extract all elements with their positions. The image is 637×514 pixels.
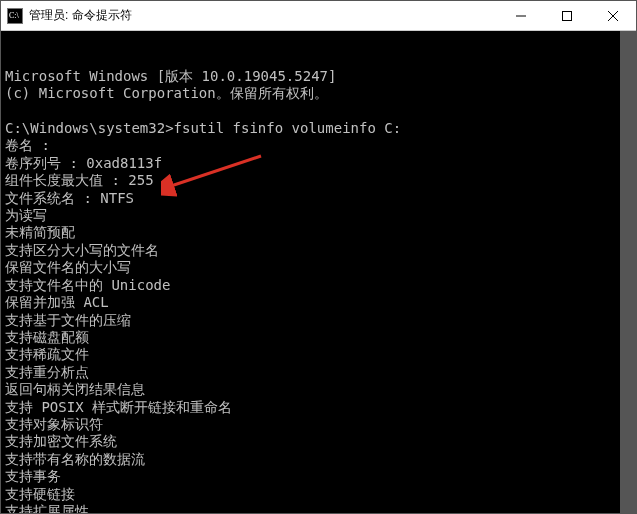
scrollbar-thumb[interactable] [620, 31, 636, 513]
terminal-line: 返回句柄关闭结果信息 [5, 381, 632, 398]
terminal-line: 支持加密文件系统 [5, 433, 632, 450]
terminal-line: Microsoft Windows [版本 10.0.19045.5247] [5, 68, 632, 85]
terminal-line: (c) Microsoft Corporation。保留所有权利。 [5, 85, 632, 102]
terminal-line: 支持对象标识符 [5, 416, 632, 433]
terminal-line: 保留文件名的大小写 [5, 259, 632, 276]
terminal-output[interactable]: Microsoft Windows [版本 10.0.19045.5247](c… [1, 31, 636, 513]
terminal-line: 保留并加强 ACL [5, 294, 632, 311]
terminal-line: 未精简预配 [5, 224, 632, 241]
terminal-line: 支持磁盘配额 [5, 329, 632, 346]
terminal-line: 文件系统名 : NTFS [5, 190, 632, 207]
close-button[interactable] [590, 1, 636, 31]
terminal-line: 支持事务 [5, 468, 632, 485]
terminal-line: 为读写 [5, 207, 632, 224]
terminal-line: 支持稀疏文件 [5, 346, 632, 363]
terminal-line: 组件长度最大值 : 255 [5, 172, 632, 189]
terminal-line: 卷序列号 : 0xad8113f [5, 155, 632, 172]
maximize-button[interactable] [544, 1, 590, 31]
cmd-icon: C:\ [7, 8, 23, 24]
svg-text:C:\: C:\ [9, 11, 20, 20]
command-prompt-window: C:\ 管理员: 命令提示符 Microsoft Windows [版本 10.… [0, 0, 637, 514]
terminal-line: 支持扩展属性 [5, 503, 632, 513]
window-controls [498, 1, 636, 30]
terminal-line: 支持硬链接 [5, 486, 632, 503]
terminal-line [5, 103, 632, 120]
terminal-line: 支持带有名称的数据流 [5, 451, 632, 468]
window-title: 管理员: 命令提示符 [29, 7, 498, 24]
terminal-line: 支持基于文件的压缩 [5, 312, 632, 329]
scrollbar-track[interactable] [620, 31, 636, 513]
terminal-line: 支持区分大小写的文件名 [5, 242, 632, 259]
terminal-line: 支持重分析点 [5, 364, 632, 381]
window-titlebar[interactable]: C:\ 管理员: 命令提示符 [1, 1, 636, 31]
minimize-button[interactable] [498, 1, 544, 31]
terminal-line: 支持文件名中的 Unicode [5, 277, 632, 294]
svg-rect-4 [563, 12, 572, 21]
terminal-line: 卷名 : [5, 137, 632, 154]
terminal-line: 支持 POSIX 样式断开链接和重命名 [5, 399, 632, 416]
terminal-line: C:\Windows\system32>fsutil fsinfo volume… [5, 120, 632, 137]
